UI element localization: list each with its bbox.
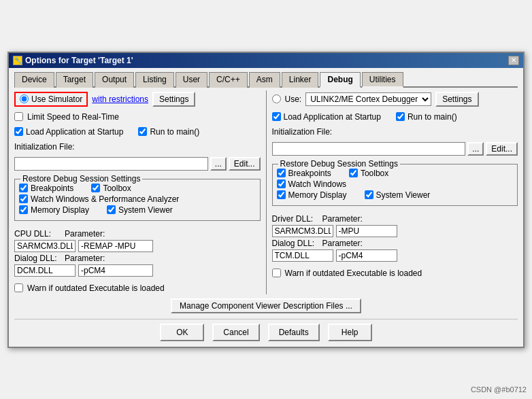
right-driver-dll-inputs-row (272, 225, 518, 237)
dialog-title: Options for Target 'Target 1' (25, 56, 133, 65)
right-watch-label: Watch Windows (288, 179, 347, 189)
left-breakpoints-checkbox[interactable] (19, 184, 28, 192)
right-init-file-input[interactable] (272, 142, 466, 156)
left-breakpoints-row: Breakpoints Toolbox (19, 184, 256, 193)
left-cpu-dll-input[interactable] (14, 240, 76, 252)
load-app-label: Load Application at Startup (26, 127, 123, 137)
right-use-label: Use: (285, 94, 302, 104)
manage-component-button[interactable]: Manage Component Viewer Description File… (171, 298, 361, 313)
right-sysviewer-checkbox[interactable] (365, 190, 373, 199)
left-sysviewer-label: System Viewer (118, 205, 173, 215)
right-driver-dll-input[interactable] (272, 225, 333, 237)
limit-speed-label: Limit Speed to Real-Time (27, 112, 119, 122)
right-driver-param-input[interactable] (336, 225, 397, 237)
tab-bar: Device Target Output Listing User C/C++ … (14, 71, 518, 88)
right-use-row: Use: ULINK2/ME Cortex Debugger Settings (272, 92, 518, 107)
left-dll-section: CPU DLL: Parameter: Dialog DLL: Paramete… (14, 228, 261, 278)
right-memory-row: Memory Display System Viewer (277, 190, 514, 200)
ok-button[interactable]: OK (160, 324, 204, 341)
right-dll-section: Driver DLL: Parameter: Dialog DLL: Param… (272, 213, 518, 263)
tab-user[interactable]: User (176, 72, 207, 88)
left-toolbox-checkbox[interactable] (91, 184, 100, 192)
right-memory-checkbox[interactable] (277, 190, 286, 199)
tab-output[interactable]: Output (95, 72, 134, 88)
right-load-app-checkbox[interactable] (272, 112, 281, 121)
tab-linker[interactable]: Linker (282, 72, 319, 88)
left-restore-group-title: Restore Debug Session Settings (20, 174, 142, 184)
right-init-file-row: ... Edit... (272, 142, 518, 156)
limit-speed-row: Limit Speed to Real-Time (14, 112, 261, 122)
with-restrictions-link[interactable]: with restrictions (92, 94, 148, 104)
right-init-file-browse-button[interactable]: ... (467, 142, 484, 156)
left-cpu-param-input[interactable] (78, 240, 153, 252)
title-bar: 🔧 Options for Target 'Target 1' ✕ (9, 53, 523, 68)
main-dialog: 🔧 Options for Target 'Target 1' ✕ Device… (7, 52, 525, 348)
left-dialog-dll-input[interactable] (14, 264, 76, 277)
help-button[interactable]: Help (328, 324, 372, 341)
simulator-settings-button[interactable]: Settings (152, 92, 195, 107)
left-memory-row: Memory Display System Viewer (19, 205, 256, 215)
init-file-label: Initialization File: (14, 142, 261, 152)
left-sysviewer-checkbox[interactable] (107, 205, 116, 214)
right-panel: Use: ULINK2/ME Cortex Debugger Settings … (272, 90, 518, 294)
limit-speed-checkbox[interactable] (14, 112, 23, 121)
tab-listing[interactable]: Listing (135, 72, 174, 88)
right-restore-group: Restore Debug Session Settings Breakpoin… (272, 164, 518, 206)
run-to-main-checkbox[interactable] (138, 127, 147, 136)
left-dialog-dll-label: Dialog DLL: (14, 254, 62, 263)
left-warn-checkbox[interactable] (14, 283, 23, 292)
dialog-body: Device Target Output Listing User C/C++ … (9, 68, 523, 347)
right-warn-checkbox[interactable] (272, 268, 281, 277)
right-watch-checkbox[interactable] (277, 179, 286, 188)
right-toolbox-checkbox[interactable] (349, 169, 358, 177)
right-use-radio[interactable] (272, 94, 281, 103)
right-settings-button[interactable]: Settings (435, 92, 478, 107)
tab-cpp[interactable]: C/C++ (209, 72, 248, 88)
init-file-browse-button[interactable]: ... (210, 157, 227, 171)
defaults-button[interactable]: Defaults (268, 324, 320, 341)
left-dialog-param-input[interactable] (78, 264, 153, 277)
right-breakpoints-row: Breakpoints Toolbox (277, 169, 514, 178)
left-dialog-dll-inputs-row (14, 264, 261, 277)
content-area: Use Simulator with restrictions Settings… (14, 90, 518, 294)
panel-divider (266, 90, 267, 294)
left-cpu-dll-inputs-row (14, 240, 261, 252)
right-driver-param-label: Parameter: (322, 214, 363, 224)
init-file-input[interactable] (14, 157, 208, 171)
tab-utilities[interactable]: Utilities (362, 72, 403, 88)
right-load-app-label: Load Application at Startup (284, 112, 381, 122)
right-debugger-select[interactable]: ULINK2/ME Cortex Debugger (305, 92, 431, 106)
right-dialog-param-label: Parameter: (322, 239, 363, 248)
right-driver-dll-label: Driver DLL: (272, 214, 320, 224)
app-icon: 🔧 (13, 56, 22, 65)
left-memory-label: Memory Display (31, 205, 89, 215)
left-watch-label: Watch Windows & Performance Analyzer (31, 194, 179, 204)
left-toolbox-label: Toolbox (103, 184, 131, 193)
init-file-edit-button[interactable]: Edit... (229, 157, 261, 171)
cancel-button[interactable]: Cancel (212, 324, 259, 341)
right-breakpoints-checkbox[interactable] (277, 169, 286, 177)
right-run-to-main-checkbox[interactable] (396, 112, 405, 121)
right-dialog-dll-input[interactable] (272, 249, 333, 262)
right-breakpoints-label: Breakpoints (288, 169, 331, 178)
load-app-checkbox[interactable] (14, 127, 23, 136)
use-simulator-radio[interactable] (20, 94, 29, 103)
left-watch-checkbox[interactable] (19, 194, 28, 203)
right-init-file-edit-button[interactable]: Edit... (486, 142, 518, 156)
tab-debug[interactable]: Debug (320, 72, 360, 88)
tab-target[interactable]: Target (56, 72, 93, 88)
right-dialog-param-input[interactable] (336, 249, 397, 262)
right-run-to-main-label: Run to main() (408, 112, 457, 122)
left-warn-row: Warn if outdated Executable is loaded (14, 283, 261, 293)
right-load-app-row: Load Application at Startup Run to main(… (272, 112, 518, 122)
close-button[interactable]: ✕ (508, 56, 519, 65)
tab-asm[interactable]: Asm (249, 72, 280, 88)
left-breakpoints-label: Breakpoints (31, 184, 73, 193)
watermark: CSDN @#b0712 (471, 385, 527, 394)
right-memory-label: Memory Display (288, 190, 347, 200)
left-memory-checkbox[interactable] (19, 205, 28, 214)
tab-device[interactable]: Device (14, 72, 54, 88)
use-simulator-box: Use Simulator (14, 92, 88, 107)
run-to-main-label: Run to main() (150, 127, 199, 137)
load-app-row: Load Application at Startup Run to main(… (14, 127, 261, 137)
